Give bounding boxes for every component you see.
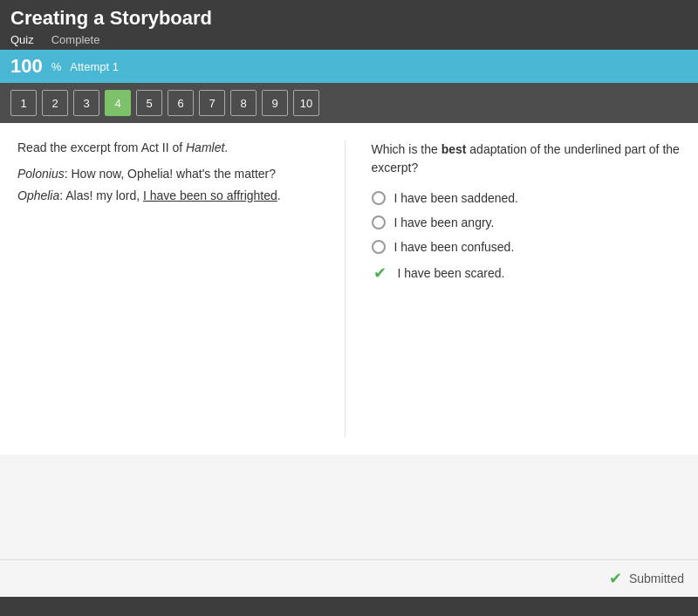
bottom-bar bbox=[0, 597, 698, 616]
q-btn-4[interactable]: 4 bbox=[105, 90, 131, 116]
left-panel: Read the excerpt from Act II of Hamlet. … bbox=[17, 140, 346, 437]
q-btn-9[interactable]: 9 bbox=[262, 90, 288, 116]
question-nav: 1 2 3 4 5 6 7 8 9 10 bbox=[0, 83, 698, 123]
answer-option-b[interactable]: I have been angry. bbox=[372, 216, 681, 229]
q-btn-6[interactable]: 6 bbox=[168, 90, 194, 116]
ophelia-speaker: Ophelia bbox=[17, 188, 59, 202]
footer-spacer bbox=[0, 455, 698, 559]
nav-quiz[interactable]: Quiz bbox=[10, 33, 34, 46]
header: Creating a Storyboard Quiz Complete bbox=[0, 0, 698, 50]
answer-text-c: I have been confused. bbox=[394, 240, 515, 254]
nav-complete[interactable]: Complete bbox=[51, 33, 100, 46]
q-btn-7[interactable]: 7 bbox=[199, 90, 225, 116]
dialogue-line-2: Ophelia: Alas! my lord, I have been so a… bbox=[17, 187, 327, 205]
ophelia-text-prefix: : Alas! my lord, bbox=[59, 188, 143, 202]
radio-a[interactable] bbox=[372, 191, 386, 205]
radio-b[interactable] bbox=[372, 216, 386, 229]
progress-bar: 100 % Attempt 1 bbox=[0, 50, 698, 83]
polonius-text: : How now, Ophelia! what's the matter? bbox=[65, 167, 276, 181]
answer-text-b: I have been angry. bbox=[394, 216, 495, 229]
question-prefix: Which is the bbox=[372, 142, 441, 156]
dialogue-line-1: Polonius: How now, Ophelia! what's the m… bbox=[17, 165, 327, 183]
answer-option-d[interactable]: ✔ I have been scared. bbox=[372, 264, 681, 282]
footer-bar: ✔ Submitted bbox=[0, 559, 698, 597]
q-btn-10[interactable]: 10 bbox=[293, 90, 319, 116]
q-btn-5[interactable]: 5 bbox=[136, 90, 162, 116]
ophelia-underlined: I have been so affrighted bbox=[143, 188, 277, 202]
answer-option-a[interactable]: I have been saddened. bbox=[372, 191, 681, 205]
instruction-end: . bbox=[224, 140, 228, 154]
submitted-icon: ✔ bbox=[609, 569, 622, 588]
main-content: Read the excerpt from Act II of Hamlet. … bbox=[0, 123, 698, 455]
excerpt-instruction: Read the excerpt from Act II of Hamlet. bbox=[17, 140, 327, 154]
answer-text-a: I have been saddened. bbox=[394, 191, 518, 205]
page-title: Creating a Storyboard bbox=[10, 7, 688, 30]
polonius-speaker: Polonius bbox=[17, 167, 65, 181]
attempt-label: Attempt 1 bbox=[70, 60, 119, 73]
hamlet-title: Hamlet bbox=[186, 140, 224, 154]
instruction-prefix: Read the excerpt from Act II of bbox=[17, 140, 186, 154]
checkmark-icon: ✔ bbox=[372, 264, 389, 282]
q-btn-1[interactable]: 1 bbox=[10, 90, 37, 116]
q-btn-8[interactable]: 8 bbox=[230, 90, 257, 116]
ophelia-text-end: . bbox=[277, 188, 281, 202]
right-panel: Which is the best adaptation of the unde… bbox=[363, 140, 681, 437]
question-text: Which is the best adaptation of the unde… bbox=[372, 140, 681, 177]
answer-option-c[interactable]: I have been confused. bbox=[372, 240, 681, 254]
progress-symbol: % bbox=[51, 60, 62, 73]
header-nav: Quiz Complete bbox=[10, 33, 688, 46]
submitted-text: Submitted bbox=[629, 572, 684, 585]
answer-text-d: I have been scared. bbox=[398, 266, 505, 280]
q-btn-3[interactable]: 3 bbox=[73, 90, 99, 116]
question-bold: best bbox=[441, 142, 467, 156]
q-btn-2[interactable]: 2 bbox=[42, 90, 68, 116]
progress-percent: 100 bbox=[10, 55, 43, 78]
radio-c[interactable] bbox=[372, 240, 386, 254]
